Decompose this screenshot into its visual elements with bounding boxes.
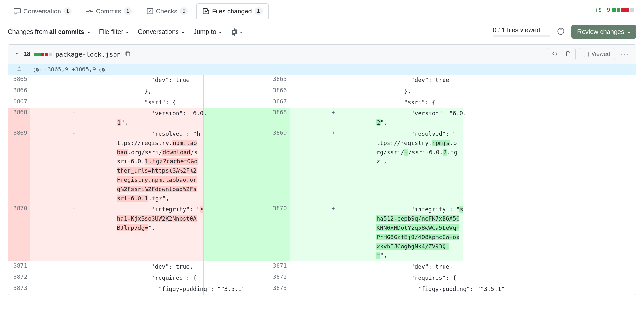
jump-to-dropdown[interactable]: Jump to [193, 28, 222, 36]
diff-view-toggle [548, 48, 576, 60]
diffstat-squares [612, 8, 634, 12]
copy-path-button[interactable] [124, 50, 131, 58]
diff-row: 3866 }, 3866 }, [8, 86, 636, 97]
diff-row: 3867 "ssri": { 3867 "ssri": { [8, 97, 636, 108]
line-num-left[interactable]: 3873 [8, 284, 30, 295]
files-icon [202, 8, 209, 15]
viewed-checkbox[interactable]: Viewed [579, 48, 615, 60]
svg-point-2 [561, 30, 561, 30]
pr-toolbar-right: 0 / 1 files viewed Review changes [493, 25, 636, 39]
source-view-button[interactable] [548, 48, 562, 60]
commits-icon [86, 8, 93, 15]
line-num-left[interactable]: 3866 [8, 86, 30, 97]
diffstat-additions: +9 [595, 7, 602, 13]
diff-settings-dropdown[interactable] [231, 28, 243, 36]
code-right: "requires": { [376, 272, 463, 284]
info-icon [557, 28, 564, 35]
tab-nav: Conversation 1 Commits 1 Checks 5 Files … [0, 3, 644, 19]
unfold-icon [16, 66, 22, 72]
addition-marker: + [290, 108, 377, 128]
diff-row: 3871 "dev": true, 3871 "dev": true, [8, 261, 636, 272]
review-changes-button[interactable]: Review changes [571, 25, 636, 39]
files-viewed-label: 0 / 1 files viewed [493, 27, 550, 34]
diff-split-table: @@ -3865,9 +3865,9 @@ 3865 "dev": true 3… [8, 64, 636, 295]
line-num-right[interactable]: 3866 [203, 86, 290, 97]
code-left-deletion: "resolved": "https://registry.npm.taobao… [117, 128, 204, 204]
files-viewed-info[interactable] [556, 27, 566, 37]
line-num-left[interactable]: 3869 [8, 128, 30, 204]
code-right: "figgy-pudding": "^3.5.1" [376, 284, 463, 295]
tab-checks-count: 5 [180, 7, 188, 15]
line-marker [290, 75, 377, 86]
diffstat-summary: +9 −9 [595, 7, 636, 13]
tab-checks-label: Checks [156, 8, 177, 15]
tab-files-changed[interactable]: Files changed 1 [196, 3, 268, 19]
line-num-right[interactable]: 3869 [203, 128, 290, 204]
diff-row: 3865 "dev": true 3865 "dev": true [8, 75, 636, 86]
code-left: }, [117, 86, 204, 97]
tab-files-count: 1 [255, 7, 263, 15]
changes-from-prefix: Changes from [8, 28, 48, 36]
file-kebab-menu[interactable]: ··· [618, 50, 632, 59]
files-viewed-wrapper: 0 / 1 files viewed [493, 27, 550, 37]
code-right-addition: "integrity": "sha512-cepbSq/neFK7xB6A50K… [376, 204, 463, 261]
code-right: }, [376, 86, 463, 97]
line-num-right[interactable]: 3867 [203, 97, 290, 108]
file-icon [566, 51, 571, 57]
line-num-left[interactable]: 3867 [8, 97, 30, 108]
file-diffstat-squares [34, 53, 52, 56]
line-num-right[interactable]: 3872 [203, 272, 290, 284]
tab-conversation-label: Conversation [23, 8, 61, 15]
svg-rect-3 [126, 52, 130, 56]
file-diff-count: 18 [24, 51, 30, 58]
line-num-left[interactable]: 3868 [8, 108, 30, 128]
code-left-deletion: "integrity": "sha1-KjxBso3UW2K2Nnbst0ABJ… [117, 204, 204, 261]
conversations-dropdown[interactable]: Conversations [138, 28, 185, 36]
file-diff-box: 18 package-lock.json Viewed · [8, 44, 636, 295]
line-num-left[interactable]: 3865 [8, 75, 30, 86]
line-num-right[interactable]: 3865 [203, 75, 290, 86]
diff-row: 3869 - "resolved": "https://registry.npm… [8, 128, 636, 204]
copy-icon [125, 51, 130, 57]
tab-conversation[interactable]: Conversation 1 [8, 3, 78, 19]
expand-hunk-button[interactable] [8, 64, 30, 75]
file-header-left: 18 package-lock.json [12, 50, 131, 59]
addition-marker: + [290, 204, 377, 261]
tab-checks[interactable]: Checks 5 [140, 3, 194, 19]
line-num-right[interactable]: 3870 [203, 204, 290, 261]
code-right: "dev": true [376, 75, 463, 86]
code-left: "requires": { [117, 272, 204, 284]
line-num-left[interactable]: 3872 [8, 272, 30, 284]
code-right-addition: "version": "6.0.2", [376, 108, 463, 128]
code-right-addition: "resolved": "https://registry.npmjs.org/… [376, 128, 463, 204]
hunk-row: @@ -3865,9 +3865,9 @@ [8, 64, 636, 75]
line-num-right[interactable]: 3871 [203, 261, 290, 272]
code-left: "dev": true [117, 75, 204, 86]
line-num-right[interactable]: 3868 [203, 108, 290, 128]
rich-view-button[interactable] [562, 48, 575, 60]
deletion-marker: - [30, 108, 117, 128]
code-right: "ssri": { [376, 97, 463, 108]
tab-commits[interactable]: Commits 1 [80, 3, 138, 19]
review-changes-label: Review changes [577, 28, 624, 36]
tab-commits-count: 1 [124, 7, 132, 15]
changes-from-dropdown[interactable]: Changes from all commits [8, 28, 90, 36]
diff-row: 3870 - "integrity": "sha1-KjxBso3UW2K2Nn… [8, 204, 636, 261]
tabs-list: Conversation 1 Commits 1 Checks 5 Files … [8, 3, 269, 19]
file-header-right: Viewed ··· [548, 48, 632, 60]
deletion-marker: - [30, 128, 117, 204]
viewed-label: Viewed [591, 51, 610, 58]
deletion-marker: - [30, 204, 117, 261]
file-name[interactable]: package-lock.json [55, 51, 121, 58]
file-filter-dropdown[interactable]: File filter [99, 28, 129, 36]
gear-icon [231, 28, 238, 36]
tab-commits-label: Commits [96, 8, 121, 15]
collapse-file-toggle[interactable] [12, 50, 21, 59]
line-num-left[interactable]: 3871 [8, 261, 30, 272]
line-num-left[interactable]: 3870 [8, 204, 30, 261]
checks-icon [146, 8, 153, 15]
checkbox-icon [584, 52, 589, 57]
file-header[interactable]: 18 package-lock.json Viewed · [8, 45, 636, 64]
hunk-header: @@ -3865,9 +3865,9 @@ [30, 64, 636, 75]
diffstat-deletions: −9 [603, 7, 610, 13]
